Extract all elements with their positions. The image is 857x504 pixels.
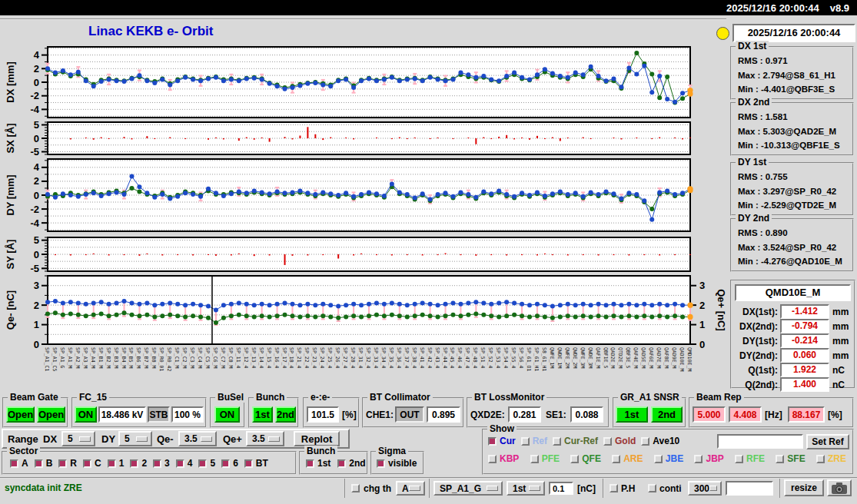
sector-3-item: 3 (153, 458, 170, 469)
sector-5-checkbox[interactable] (198, 459, 207, 468)
sector-4-item: 4 (176, 458, 193, 469)
ref-file-input[interactable] (717, 434, 803, 449)
chg-th-checkbox[interactable] (351, 484, 360, 492)
show-are-checkbox[interactable] (612, 455, 620, 463)
bpm-label: QAD2E_M (610, 347, 616, 368)
gr-snsr-1st-button[interactable]: 1st (616, 406, 648, 423)
bpm-label: SP_21_4 (296, 347, 302, 368)
sector-2-label: 2 (141, 458, 147, 469)
interval-dropdown[interactable]: 300 (688, 481, 722, 496)
titlebar-version: v8.9 (830, 2, 849, 14)
bunch-2nd-button[interactable]: 2nd (275, 406, 296, 423)
show-gold-checkbox[interactable] (603, 437, 612, 446)
svg-text:3: 3 (699, 280, 705, 291)
show-cur-checkbox[interactable] (488, 437, 497, 446)
resize-button[interactable]: resize (784, 479, 824, 496)
sector-b-checkbox[interactable] (35, 459, 43, 468)
bunch-1st-button[interactable]: 1st (252, 406, 273, 423)
sector-2-checkbox[interactable] (130, 459, 138, 468)
show-kbp-label: KBP (500, 453, 519, 464)
bpm-select-dropdown[interactable]: SP_A1_G (433, 481, 503, 496)
sector-2-item: 2 (130, 458, 147, 469)
range-dy-dropdown[interactable]: 5 (118, 431, 152, 446)
replot-button[interactable]: Replot (294, 431, 340, 446)
sector-bt-checkbox[interactable] (244, 459, 253, 468)
sector-6-label: 6 (233, 458, 238, 469)
show-jbe-checkbox[interactable] (654, 455, 663, 463)
bpm-label: QTD2E_M (617, 347, 623, 368)
ph-checkbox[interactable] (610, 484, 618, 492)
monitor-row-unit: nC (832, 365, 845, 376)
bpm-label: SP_A1_M (67, 347, 73, 368)
bpm-label: SP_55_4 (510, 347, 517, 368)
monitor-row-value: -0.214 (780, 333, 829, 348)
bunch-select-group: Bunch 1st2nd (299, 451, 368, 475)
set-ref-button[interactable]: Set Ref (806, 434, 849, 449)
show-cur-ref-item: Cur-Ref (553, 436, 598, 446)
show-qfe-checkbox[interactable] (570, 455, 579, 463)
monitor-row-unit: mm (832, 350, 849, 361)
monitor-row: Q(2nd):1.400nC (733, 377, 854, 392)
bpm-label: SP_47_4 (464, 347, 470, 368)
beam-gate-2-button[interactable]: Open (37, 406, 65, 423)
bpm-label: QAD7E_M (656, 347, 662, 368)
chg-th-dropdown[interactable]: A (396, 481, 425, 496)
show-qfe-label: QFE (582, 453, 601, 464)
fc15-on-button[interactable]: ON (75, 406, 97, 423)
stat-line: Max : 2.794@S8_61_H1 (738, 68, 852, 83)
show-rfe-item: RFE (735, 453, 765, 464)
gr-snsr-2nd-button[interactable]: 2nd (651, 406, 683, 423)
show-jbp-checkbox[interactable] (694, 455, 703, 463)
sector-3-checkbox[interactable] (153, 459, 161, 468)
sector-4-checkbox[interactable] (176, 459, 184, 468)
busel-on-button[interactable]: ON (214, 406, 240, 423)
bpm-label: SP_R0_42 (166, 347, 172, 371)
show-pfe-checkbox[interactable] (530, 455, 539, 463)
threshold-input[interactable] (549, 482, 573, 495)
show-kbp-item: KBP (488, 453, 519, 464)
che1-state-button[interactable]: OUT (395, 406, 424, 423)
sector-r-checkbox[interactable] (58, 459, 67, 468)
fc15-title: FC_15 (77, 392, 109, 403)
dy-plot: 420-2-4DY [mm] (0, 153, 727, 237)
bpm-label: SP_B8_M (151, 347, 157, 368)
screenshot-button[interactable] (827, 479, 852, 496)
qe-plot: 33221100Qe- [nC]Qe+ [nC] (0, 270, 727, 350)
bpm-label: SP_45_4 (449, 347, 455, 368)
window-titlebar: 2025/12/16 20:00:44 v8.9 (0, 0, 857, 15)
bunch-1st-checkbox[interactable] (306, 459, 314, 468)
sector-6-checkbox[interactable] (221, 459, 230, 468)
show-ave10-checkbox[interactable] (641, 437, 649, 446)
sigma-visible-checkbox[interactable] (377, 459, 385, 468)
divider (0, 18, 726, 20)
svg-text:SY [Å]: SY [Å] (5, 240, 16, 270)
show-cur-ref-checkbox[interactable] (553, 437, 561, 446)
sector-c-checkbox[interactable] (83, 459, 91, 468)
range-dx-dropdown[interactable]: 5 (61, 431, 95, 446)
bpm-label: SP_35_4 (388, 347, 394, 368)
bpm-label: SP_C6_M (212, 347, 218, 368)
divider (603, 479, 604, 498)
conti-checkbox[interactable] (648, 484, 656, 492)
show-ref-checkbox[interactable] (521, 437, 530, 446)
extra-input[interactable] (726, 481, 773, 496)
bpm-label: SP_48_4 (472, 347, 478, 368)
fc15-stb-button[interactable]: STB (148, 406, 170, 423)
range-qem-dropdown[interactable]: 3.5 (178, 431, 217, 446)
bpm-label: SP_42_4 (427, 347, 433, 368)
range-qep-dropdown[interactable]: 3.5 (246, 431, 284, 446)
beam-rep-pct-value: 88.167 (788, 406, 825, 423)
show-zre-checkbox[interactable] (816, 455, 825, 463)
show-sfe-checkbox[interactable] (776, 455, 784, 463)
sector-a-checkbox[interactable] (10, 459, 18, 468)
show-rfe-checkbox[interactable] (735, 455, 743, 463)
beam-gate-1-button[interactable]: Open (6, 406, 35, 423)
bunch-select-dropdown[interactable]: 1st (507, 481, 545, 496)
show-kbp-checkbox[interactable] (488, 455, 497, 463)
bunch-2nd-checkbox[interactable] (337, 459, 346, 468)
sector-1-checkbox[interactable] (108, 459, 116, 468)
bunch-2nd-item: 2nd (337, 458, 365, 469)
stat-box-title: DY 1st (736, 157, 769, 167)
stat-line: Min : -2.529@QTD2E_M (738, 198, 852, 213)
stat-line: Max : 3.297@SP_R0_42 (738, 184, 852, 199)
